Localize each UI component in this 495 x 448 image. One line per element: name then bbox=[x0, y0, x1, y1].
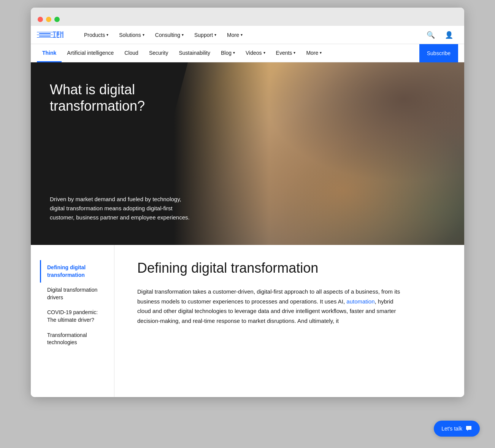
sidebar-item-drivers[interactable]: Digital transformation drivers bbox=[40, 283, 105, 305]
svg-rect-3 bbox=[54, 35, 55, 35]
nav-support[interactable]: Support ▾ bbox=[189, 26, 222, 44]
svg-rect-11 bbox=[57, 37, 60, 38]
svg-rect-14 bbox=[60, 32, 61, 33]
think-nav-videos[interactable]: Videos ▾ bbox=[240, 44, 271, 62]
think-nav-ai[interactable]: Artificial intelligence bbox=[62, 44, 119, 62]
consulting-chevron-icon: ▾ bbox=[182, 33, 184, 37]
svg-rect-21 bbox=[60, 36, 61, 37]
svg-rect-12 bbox=[60, 32, 61, 32]
ibm-logo-svg bbox=[53, 32, 71, 38]
svg-rect-2 bbox=[54, 33, 55, 34]
search-icon: 🔍 bbox=[427, 31, 435, 39]
support-chevron-icon: ▾ bbox=[214, 33, 216, 37]
svg-rect-10 bbox=[57, 36, 58, 37]
blog-chevron-icon: ▾ bbox=[233, 51, 235, 55]
think-nav-blog[interactable]: Blog ▾ bbox=[216, 44, 240, 62]
sidebar: Defining digital transformation Digital … bbox=[31, 245, 114, 397]
nav-consulting[interactable]: Consulting ▾ bbox=[150, 26, 189, 44]
think-nav: Think Artificial intelligence Cloud Secu… bbox=[31, 44, 464, 62]
svg-rect-22 bbox=[62, 36, 63, 37]
events-chevron-icon: ▾ bbox=[294, 51, 295, 55]
svg-rect-20 bbox=[62, 35, 63, 35]
sidebar-item-covid[interactable]: COVID-19 pandemic: The ultimate driver? bbox=[40, 305, 105, 327]
svg-rect-24 bbox=[62, 37, 63, 38]
maximize-button-dot[interactable] bbox=[54, 17, 60, 22]
svg-rect-17 bbox=[60, 33, 61, 34]
svg-rect-9 bbox=[57, 35, 59, 35]
videos-chevron-icon: ▾ bbox=[263, 51, 265, 55]
main-content: Defining digital transformation Digital … bbox=[114, 245, 464, 397]
svg-rect-18 bbox=[62, 33, 63, 34]
minimize-button-dot[interactable] bbox=[46, 17, 51, 22]
think-nav-sustainability[interactable]: Sustainability bbox=[173, 44, 216, 62]
svg-rect-8 bbox=[57, 33, 60, 34]
think-nav-events[interactable]: Events ▾ bbox=[271, 44, 301, 62]
search-button[interactable]: 🔍 bbox=[422, 26, 440, 44]
hero-content: What is digital transformation? bbox=[50, 81, 194, 114]
svg-rect-7 bbox=[57, 32, 59, 33]
browser-chrome bbox=[31, 8, 464, 26]
hero-section: What is digital transformation? Driven b… bbox=[31, 62, 464, 245]
section-title: Defining digital transformation bbox=[137, 260, 441, 276]
think-nav-think[interactable]: Think bbox=[37, 44, 62, 62]
ibm-logo bbox=[37, 32, 53, 38]
think-nav-cloud[interactable]: Cloud bbox=[119, 44, 144, 62]
content-section: Defining digital transformation Digital … bbox=[31, 245, 464, 397]
svg-rect-23 bbox=[60, 37, 61, 38]
sidebar-item-defining[interactable]: Defining digital transformation bbox=[40, 260, 105, 283]
browser-window: Products ▾ Solutions ▾ Consulting ▾ Supp… bbox=[31, 8, 464, 397]
svg-rect-4 bbox=[54, 36, 55, 37]
profile-icon: 👤 bbox=[445, 31, 453, 39]
ibm-top-nav: Products ▾ Solutions ▾ Consulting ▾ Supp… bbox=[31, 26, 464, 44]
automation-link[interactable]: automation bbox=[346, 298, 374, 305]
top-nav-items: Products ▾ Solutions ▾ Consulting ▾ Supp… bbox=[79, 26, 422, 44]
think-nav-security[interactable]: Security bbox=[144, 44, 174, 62]
hero-description: Driven by market demand and fueled by te… bbox=[50, 195, 194, 222]
close-button-dot[interactable] bbox=[38, 17, 43, 22]
nav-products[interactable]: Products ▾ bbox=[79, 26, 114, 44]
think-more-chevron-icon: ▾ bbox=[320, 51, 322, 55]
svg-rect-6 bbox=[57, 32, 60, 32]
svg-rect-19 bbox=[60, 35, 61, 35]
nav-solutions[interactable]: Solutions ▾ bbox=[114, 26, 150, 44]
nav-actions: 🔍 👤 bbox=[422, 26, 458, 44]
products-chevron-icon: ▾ bbox=[106, 33, 108, 37]
think-nav-more[interactable]: More ▾ bbox=[301, 44, 327, 62]
more-chevron-icon: ▾ bbox=[241, 33, 243, 37]
profile-button[interactable]: 👤 bbox=[440, 26, 458, 44]
section-body: Digital transformation takes a customer-… bbox=[137, 287, 403, 326]
svg-rect-1 bbox=[54, 32, 55, 33]
subscribe-button[interactable]: Subscribe bbox=[419, 44, 458, 62]
svg-rect-16 bbox=[62, 32, 63, 33]
svg-rect-13 bbox=[62, 32, 63, 32]
sidebar-item-transformational[interactable]: Transformational technologies bbox=[40, 328, 105, 350]
solutions-chevron-icon: ▾ bbox=[143, 33, 144, 37]
svg-rect-5 bbox=[53, 37, 56, 38]
svg-rect-0 bbox=[53, 32, 56, 32]
hero-title: What is digital transformation? bbox=[50, 81, 194, 114]
nav-more[interactable]: More ▾ bbox=[222, 26, 248, 44]
svg-rect-15 bbox=[61, 32, 62, 33]
